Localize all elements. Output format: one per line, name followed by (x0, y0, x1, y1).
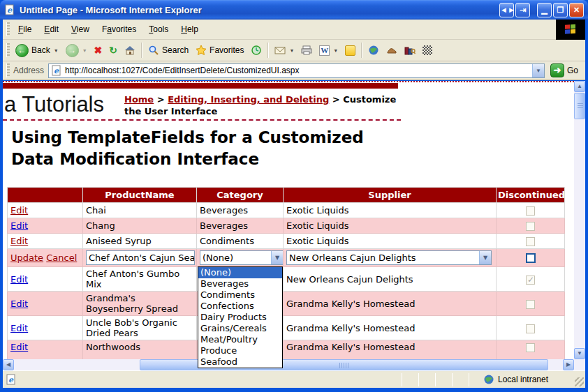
go-button[interactable]: ➜ Go (545, 63, 584, 77)
breadcrumb-home-link[interactable]: Home (124, 94, 154, 105)
edit-link[interactable]: Edit (10, 323, 28, 333)
toolbar-grip[interactable] (6, 43, 10, 57)
status-pane (419, 373, 435, 386)
scroll-down-button[interactable]: ▼ (574, 348, 585, 359)
supplier-select-dropdown-icon[interactable]: ▼ (479, 251, 491, 264)
windows-flag-icon (563, 23, 578, 37)
menu-file[interactable]: File (12, 22, 38, 37)
research-button[interactable] (401, 43, 419, 58)
menu-help[interactable]: Help (175, 22, 205, 37)
horizontal-scrollbar[interactable]: ◀ ▶ (3, 359, 574, 370)
table-row: Edit Chang Beverages Exotic Liquids (8, 218, 565, 234)
address-bar: Address e http://localhost:1027/Code/Edi… (3, 61, 585, 80)
search-button[interactable]: Search (145, 43, 192, 58)
menu-favorites[interactable]: Favorites (96, 22, 142, 37)
top-dotted-rule (3, 81, 574, 82)
history-button[interactable] (247, 43, 265, 58)
forward-dropdown-icon: ▼ (82, 48, 87, 53)
favorites-button[interactable]: Favorites (192, 43, 247, 58)
refresh-button[interactable]: ↻ (105, 43, 121, 57)
stop-button[interactable]: ✖ (91, 43, 106, 57)
productname-textbox[interactable]: Chef Anton's Cajun Sea (86, 250, 195, 265)
edit-link[interactable]: Edit (10, 220, 28, 231)
tile-window-button[interactable]: ◄► (499, 3, 514, 17)
breadcrumb-section-link[interactable]: Editing, Inserting, and Deleting (168, 94, 329, 105)
category-cell: Condiments (197, 234, 284, 249)
close-button[interactable]: ✕ (569, 3, 584, 17)
resize-grip[interactable] (575, 377, 584, 386)
dropdown-option[interactable]: Seafood (198, 356, 282, 368)
dropdown-option[interactable]: Beverages (198, 278, 282, 289)
svg-text:e: e (54, 66, 59, 75)
print-icon (301, 45, 312, 56)
dropdown-option[interactable]: Produce (198, 345, 282, 356)
shopping-tool-button[interactable] (383, 43, 401, 58)
category-select[interactable]: (None) ▼ (200, 250, 284, 265)
home-button[interactable] (121, 43, 139, 58)
breadcrumb-separator: > (332, 94, 340, 105)
edit-link[interactable]: Edit (10, 299, 28, 309)
word-icon: W (319, 45, 330, 56)
update-link[interactable]: Update (10, 252, 43, 263)
address-dropdown-button[interactable]: ▼ (532, 64, 544, 77)
scroll-right-button[interactable]: ▶ (563, 359, 574, 370)
status-pane (436, 373, 452, 386)
category-select-dropdown-icon[interactable]: ▼ (271, 251, 283, 264)
edit-link[interactable]: Edit (10, 342, 28, 352)
supplier-cell: Exotic Liquids (284, 234, 497, 249)
svg-text:e: e (8, 375, 14, 384)
favorites-label: Favorites (210, 45, 244, 55)
address-grip[interactable] (6, 63, 10, 77)
dropdown-option[interactable]: Confections (198, 301, 282, 312)
vertical-scrollbar-thumb[interactable] (574, 93, 585, 119)
toolbar-separator (361, 43, 362, 58)
dropdown-option[interactable]: Condiments (198, 289, 282, 301)
minimize-button[interactable]: ▁ (537, 3, 552, 17)
edit-with-word-button[interactable]: W ▼ (316, 43, 341, 58)
mail-dropdown-icon[interactable]: ▼ (289, 48, 294, 53)
popout-window-button[interactable]: ⇥ (515, 3, 530, 17)
category-cell: Beverages (197, 203, 284, 218)
menu-edit[interactable]: Edit (38, 22, 65, 37)
discontinued-checkbox (526, 237, 535, 246)
status-bar: e Local intranet (3, 370, 585, 388)
toolbar-separator (141, 43, 142, 58)
discontinued-checkbox[interactable] (526, 253, 536, 263)
books-icon (404, 45, 416, 56)
dropdown-option[interactable]: Meat/Poultry (198, 334, 282, 345)
back-dropdown-icon[interactable]: ▼ (54, 48, 59, 53)
header-supplier: Supplier (284, 188, 497, 203)
dropdown-option[interactable]: Grains/Cereals (198, 323, 282, 334)
dropdown-option[interactable]: Dairy Products (198, 312, 282, 323)
scroll-up-button[interactable]: ▲ (574, 81, 585, 92)
header-productname: ProductName (83, 188, 197, 203)
mail-button[interactable]: ▼ (271, 43, 297, 58)
edit-link[interactable]: Edit (10, 205, 28, 216)
edit-link[interactable]: Edit (10, 274, 28, 285)
print-button[interactable] (297, 43, 316, 58)
edit-dropdown-icon[interactable]: ▼ (333, 48, 338, 53)
discontinued-checkbox (526, 276, 535, 285)
maximize-button[interactable]: ❐ (553, 3, 568, 17)
back-button[interactable]: ← Back ▼ (12, 42, 62, 59)
menu-tools[interactable]: Tools (142, 22, 175, 37)
menu-grip[interactable] (6, 22, 10, 36)
search-label: Search (162, 45, 189, 55)
dropdown-option[interactable]: (None) (198, 267, 282, 278)
edit-link[interactable]: Edit (10, 236, 28, 246)
address-label: Address (13, 66, 44, 75)
forward-button[interactable]: → ▼ (62, 42, 91, 59)
messenger-button[interactable] (341, 43, 359, 58)
supplier-select[interactable]: New Orleans Cajun Delights ▼ (286, 250, 492, 265)
cancel-link[interactable]: Cancel (46, 252, 77, 263)
messenger-blocks-button[interactable] (419, 43, 436, 57)
table-row: Edit Chef Anton's Gumbo Mix New Orleans … (8, 267, 565, 292)
vertical-scrollbar[interactable]: ▲ ▼ (574, 81, 585, 359)
address-input[interactable]: e http://localhost:1027/Code/EditInsertD… (48, 63, 545, 78)
security-zone-pane: Local intranet (480, 373, 585, 386)
security-zone-label: Local intranet (498, 375, 548, 384)
web-discussion-button[interactable] (365, 43, 383, 58)
scroll-left-button[interactable]: ◀ (3, 359, 14, 370)
supplier-cell: Grandma Kelly's Homestead (284, 292, 497, 316)
menu-view[interactable]: View (65, 22, 96, 37)
